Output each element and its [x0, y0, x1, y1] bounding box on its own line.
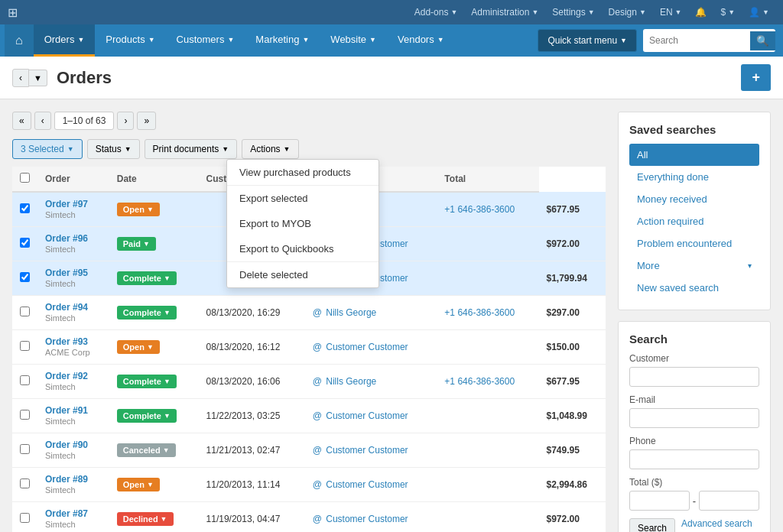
customer-field-group: Customer — [629, 353, 759, 387]
next-page-button[interactable]: › — [117, 112, 134, 130]
at-icon: @ — [313, 410, 322, 421]
status-badge[interactable]: Complete ▼ — [117, 409, 177, 423]
app-logo-icon: ⊞ — [8, 5, 18, 20]
bell-icon[interactable]: 🔔 — [689, 4, 713, 21]
saved-search-item-new-saved-search[interactable]: New saved search — [629, 277, 759, 299]
status-badge[interactable]: Open ▼ — [117, 203, 160, 216]
back-button[interactable]: ‹ — [12, 69, 29, 87]
actions-button[interactable]: Actions ▼ — [242, 139, 298, 159]
dropdown-item-export-selected[interactable]: Export selected — [227, 186, 379, 211]
order-link[interactable]: Order #90 — [45, 440, 88, 450]
customer-name[interactable]: Customer Customer — [326, 342, 408, 352]
order-link[interactable]: Order #97 — [45, 199, 88, 209]
customer-name[interactable]: Nills George — [326, 376, 376, 387]
nav-item-marketing[interactable]: Marketing ▼ — [245, 24, 320, 57]
prev-page-button[interactable]: ‹ — [34, 112, 51, 130]
print-documents-button[interactable]: Print documents ▼ — [145, 139, 238, 159]
row-checkbox[interactable] — [20, 341, 30, 351]
saved-search-item-all[interactable]: All — [629, 144, 759, 166]
dropdown-item-view-purchased[interactable]: View purchased products — [227, 160, 379, 185]
saved-search-item-action-required[interactable]: Action required — [629, 210, 759, 232]
row-checkbox[interactable] — [20, 478, 30, 488]
administration-menu[interactable]: Administration ▼ — [465, 4, 544, 21]
col-order: Order — [37, 167, 109, 192]
row-checkbox[interactable] — [20, 410, 30, 420]
design-menu[interactable]: Design ▼ — [603, 4, 652, 21]
order-link[interactable]: Order #94 — [45, 302, 88, 313]
customer-name[interactable]: Nills George — [326, 307, 376, 318]
select-all-checkbox[interactable] — [20, 173, 30, 183]
customers-nav-caret: ▼ — [227, 36, 234, 44]
order-phone — [437, 330, 538, 365]
saved-search-item-problem-encountered[interactable]: Problem encountered — [629, 232, 759, 255]
advanced-search-link[interactable]: Advanced search — [681, 518, 752, 532]
saved-search-item-more[interactable]: More▾ — [629, 255, 759, 277]
nav-item-vendors[interactable]: Vendors ▼ — [387, 24, 455, 57]
add-order-button[interactable]: + — [741, 64, 771, 91]
order-link[interactable]: Order #92 — [45, 371, 88, 381]
status-badge[interactable]: Canceled ▼ — [117, 443, 176, 457]
search-button[interactable]: Search — [629, 518, 675, 532]
total-from-input[interactable] — [629, 491, 690, 511]
status-badge[interactable]: Open ▼ — [117, 478, 160, 491]
saved-search-item-everything-done[interactable]: Everything done — [629, 166, 759, 188]
pagination: « ‹ 1–10 of 63 › » — [12, 112, 606, 130]
order-customer: @ Customer Customer — [305, 330, 437, 365]
customer-name[interactable]: Customer Customer — [326, 445, 408, 456]
company-name: Simtech — [45, 382, 76, 391]
company-name: Simtech — [45, 245, 76, 254]
row-checkbox[interactable] — [20, 375, 30, 385]
status-badge[interactable]: Complete ▼ — [117, 306, 177, 320]
top-search-input[interactable] — [643, 32, 750, 49]
row-checkbox[interactable] — [20, 513, 30, 523]
phone-input[interactable] — [629, 449, 759, 469]
settings-menu[interactable]: Settings ▼ — [546, 4, 600, 21]
order-link[interactable]: Order #95 — [45, 268, 88, 278]
email-input[interactable] — [629, 408, 759, 428]
home-button[interactable]: ⌂ — [5, 24, 34, 57]
order-total: $677.95 — [539, 365, 606, 399]
customer-name[interactable]: Customer Customer — [326, 479, 408, 490]
first-page-button[interactable]: « — [12, 112, 31, 130]
language-menu[interactable]: EN ▼ — [654, 4, 688, 21]
dropdown-item-export-quickbooks[interactable]: Export to Quickbooks — [227, 236, 379, 261]
dropdown-item-export-myob[interactable]: Export to MYOB — [227, 211, 379, 236]
row-checkbox[interactable] — [20, 307, 30, 316]
nav-item-orders[interactable]: Orders ▼ — [34, 24, 96, 57]
customer-input[interactable] — [629, 367, 759, 387]
addons-menu[interactable]: Add-ons ▼ — [408, 4, 464, 21]
status-badge[interactable]: Complete ▼ — [117, 375, 177, 388]
order-link[interactable]: Order #96 — [45, 233, 88, 244]
last-page-button[interactable]: » — [137, 112, 156, 130]
row-checkbox[interactable] — [20, 203, 30, 213]
row-checkbox[interactable] — [20, 238, 30, 248]
saved-search-item-money-received[interactable]: Money received — [629, 188, 759, 210]
status-button[interactable]: Status ▼ — [87, 139, 140, 159]
status-badge[interactable]: Paid ▼ — [117, 237, 156, 251]
customer-name[interactable]: Customer Customer — [326, 410, 408, 421]
nav-item-website[interactable]: Website ▼ — [320, 24, 387, 57]
status-badge[interactable]: Open ▼ — [117, 340, 160, 354]
status-badge[interactable]: Complete ▼ — [117, 271, 177, 285]
currency-menu[interactable]: $ ▼ — [714, 4, 741, 21]
order-link[interactable]: Order #91 — [45, 405, 88, 416]
status-badge[interactable]: Declined ▼ — [117, 512, 174, 526]
nav-item-products[interactable]: Products ▼ — [95, 24, 165, 57]
order-link[interactable]: Order #89 — [45, 474, 88, 485]
quick-start-button[interactable]: Quick start menu ▼ — [538, 29, 637, 52]
order-customer: @ Customer Customer — [305, 502, 437, 533]
user-menu[interactable]: 👤 ▼ — [742, 4, 775, 21]
order-customer: @ Customer Customer — [305, 399, 437, 433]
table-row: Order #93 ACME Corp Open ▼ 08/13/2020, 1… — [12, 330, 606, 365]
selected-button[interactable]: 3 Selected ▼ — [12, 139, 83, 159]
row-checkbox[interactable] — [20, 444, 30, 454]
order-link[interactable]: Order #93 — [45, 336, 88, 347]
nav-item-customers[interactable]: Customers ▼ — [166, 24, 245, 57]
customer-name[interactable]: Customer Customer — [326, 514, 408, 524]
total-to-input[interactable] — [699, 491, 759, 511]
order-link[interactable]: Order #87 — [45, 508, 88, 519]
top-search-button[interactable]: 🔍 — [750, 31, 775, 50]
row-checkbox[interactable] — [20, 272, 30, 282]
dropdown-item-delete-selected[interactable]: Delete selected — [227, 262, 379, 287]
header-dropdown-button[interactable]: ▼ — [29, 70, 47, 86]
